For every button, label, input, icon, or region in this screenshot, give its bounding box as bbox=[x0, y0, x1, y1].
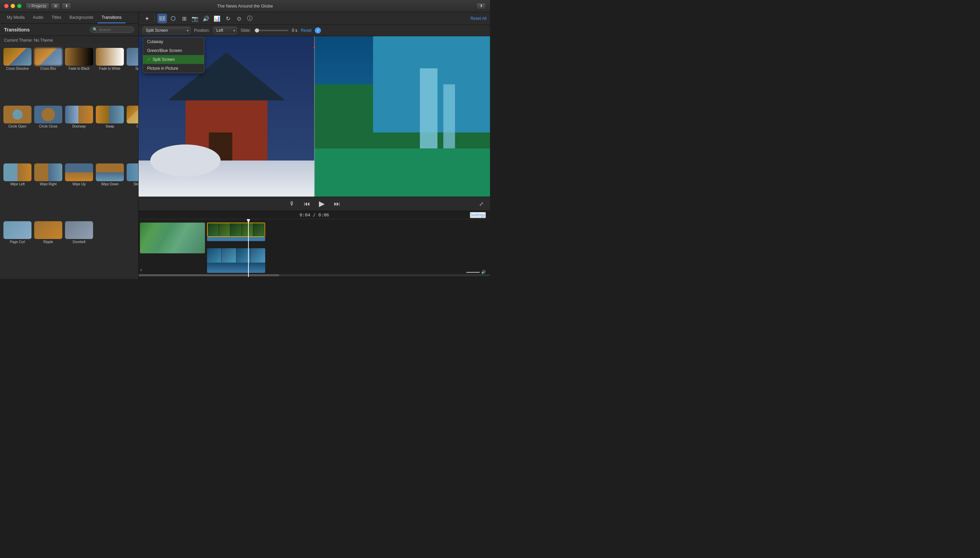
transition-cross-dissolve[interactable]: Cross Dissolve bbox=[3, 47, 32, 103]
dropdown-item-green-blue[interactable]: Green/Blue Screen bbox=[143, 46, 204, 55]
transition-label: Wipe Left bbox=[10, 182, 25, 186]
microphone-button[interactable]: 🎙 bbox=[287, 199, 297, 208]
titlebar-right: ⬆ bbox=[476, 3, 486, 10]
skip-forward-button[interactable]: ⏭ bbox=[332, 199, 342, 208]
transition-cube[interactable]: Cube bbox=[126, 105, 138, 161]
transition-fade-to-white[interactable]: Fade to White bbox=[95, 47, 125, 103]
download-button[interactable]: ⬇ bbox=[62, 3, 71, 10]
transition-slide-left[interactable]: Slide Left bbox=[126, 163, 138, 219]
play-pause-button[interactable]: ▶ bbox=[317, 199, 327, 208]
stabilize-tool[interactable]: ⊙ bbox=[234, 14, 243, 23]
transition-swap[interactable]: Swap bbox=[95, 105, 125, 161]
scrollbar-thumb[interactable] bbox=[138, 274, 279, 276]
transition-circle-close[interactable]: Circle Close bbox=[33, 105, 63, 161]
toolbar-separator bbox=[154, 15, 155, 22]
tab-my-media[interactable]: My Media bbox=[3, 12, 29, 23]
transition-wipe-right[interactable]: Wipe Right bbox=[33, 163, 63, 219]
transitions-header: Transitions 🔍 bbox=[0, 24, 138, 36]
volume-icon: 🔊 bbox=[481, 270, 486, 274]
magic-wand-tool[interactable]: ✦ bbox=[142, 14, 151, 23]
reset-all-button[interactable]: Reset All bbox=[470, 16, 487, 21]
transition-cross-blur[interactable]: Cross Blur bbox=[33, 47, 63, 103]
main-layout: My Media Audio Titles Backgrounds Transi… bbox=[0, 12, 490, 279]
volume-area: ▪▪▪▪▪▪▪▪▪▪ 🔊 bbox=[466, 270, 486, 274]
transition-label: Circle Close bbox=[39, 125, 58, 128]
film-cell bbox=[251, 248, 265, 263]
transition-label: Ripple bbox=[43, 240, 53, 244]
transition-wipe-left[interactable]: Wipe Left bbox=[3, 163, 32, 219]
position-select[interactable]: Left Right Top Bottom bbox=[213, 27, 237, 34]
transition-circle-open[interactable]: Circle Open bbox=[3, 105, 32, 161]
dropdown-item-pip[interactable]: Picture in Picture bbox=[143, 64, 204, 73]
transition-thumb bbox=[3, 106, 31, 123]
transition-label: Swap bbox=[105, 125, 114, 128]
music-note-icon: ♪ bbox=[140, 267, 142, 272]
timeline-settings-button[interactable]: Settings bbox=[470, 212, 486, 218]
transition-fade-to-black[interactable]: Fade to Black bbox=[64, 47, 94, 103]
svg-rect-2 bbox=[163, 17, 164, 20]
map-track bbox=[140, 223, 205, 253]
view-toggle-button[interactable]: ⊞ bbox=[51, 3, 60, 10]
transition-generic1[interactable]: Page Curl bbox=[3, 220, 32, 277]
minimize-button[interactable] bbox=[11, 4, 15, 8]
speed-tool[interactable]: ↻ bbox=[223, 14, 233, 23]
preview-right-video bbox=[314, 36, 490, 197]
share-button[interactable]: ⬆ bbox=[476, 3, 486, 10]
split-screen-select[interactable]: Cutaway Green/Blue Screen Split Screen P… bbox=[143, 27, 191, 34]
maximize-button[interactable] bbox=[17, 4, 21, 8]
tab-backgrounds[interactable]: Backgrounds bbox=[65, 12, 97, 23]
transition-doorway[interactable]: Doorway bbox=[64, 105, 94, 161]
fullscreen-button[interactable]: ⤢ bbox=[476, 199, 486, 208]
transition-spin-in[interactable]: Spin In bbox=[126, 47, 138, 103]
audio-tool[interactable]: 🔊 bbox=[201, 14, 211, 23]
chart-tool[interactable]: 📊 bbox=[212, 14, 222, 23]
playhead[interactable] bbox=[248, 219, 249, 277]
slide-thumb[interactable] bbox=[255, 28, 259, 33]
timeline-bottom-icons: ♪ bbox=[140, 267, 142, 272]
transition-thumb bbox=[65, 106, 93, 123]
film-cell bbox=[242, 223, 253, 236]
dropdown-item-cutaway[interactable]: Cutaway bbox=[143, 37, 204, 46]
tab-titles[interactable]: Titles bbox=[48, 12, 65, 23]
slide-track[interactable] bbox=[254, 30, 288, 31]
timeline-scrollbar[interactable] bbox=[138, 274, 490, 276]
transition-generic2[interactable]: Ripple bbox=[33, 220, 63, 277]
transition-label: Wipe Up bbox=[72, 182, 86, 186]
apply-button[interactable]: ✓ bbox=[315, 27, 321, 33]
info-tool[interactable]: ⓘ bbox=[245, 14, 255, 23]
transition-wipe-down[interactable]: Wipe Down bbox=[95, 163, 125, 219]
search-icon: 🔍 bbox=[93, 27, 97, 32]
transition-label: Cross Dissolve bbox=[6, 67, 29, 71]
skip-back-button[interactable]: ⏮ bbox=[302, 199, 312, 208]
color-tool[interactable] bbox=[168, 14, 178, 23]
video-track-bottom[interactable] bbox=[207, 248, 265, 263]
tab-audio[interactable]: Audio bbox=[29, 12, 48, 23]
crop-tool[interactable]: ⊞ bbox=[179, 14, 189, 23]
svg-rect-15 bbox=[314, 148, 490, 197]
dropdown-item-split-screen[interactable]: ✓ Split Screen bbox=[143, 55, 204, 64]
search-input[interactable] bbox=[99, 28, 131, 32]
film-cell bbox=[222, 248, 237, 263]
video-track-top[interactable] bbox=[207, 223, 265, 237]
right-panel: ✦ ⊞ 📷 🔊 📊 ↻ ⊙ ⓘ bbox=[138, 12, 490, 279]
transition-label: Circle Open bbox=[8, 125, 27, 128]
video-track-bottom-audio bbox=[207, 263, 265, 273]
volume-slider[interactable]: ▪▪▪▪▪▪▪▪▪▪ bbox=[466, 270, 480, 274]
timeline-content: ♪ ▪▪▪▪▪▪▪▪▪▪ 🔊 bbox=[138, 219, 490, 277]
transition-wipe-up[interactable]: Wipe Up bbox=[64, 163, 94, 219]
transitions-grid: Cross Dissolve Cross Blur Fade to Black … bbox=[0, 45, 138, 279]
transition-thumb bbox=[3, 48, 31, 66]
transition-thumb bbox=[34, 48, 62, 66]
back-projects-button[interactable]: ‹ Projects bbox=[26, 3, 49, 10]
camera-tool[interactable]: 📷 bbox=[190, 14, 200, 23]
viewer-tool[interactable] bbox=[158, 14, 167, 23]
transition-thumb bbox=[65, 48, 93, 66]
reset-button[interactable]: Reset bbox=[301, 28, 311, 33]
transition-generic3[interactable]: Doorbell bbox=[64, 220, 94, 277]
preview-divider bbox=[314, 36, 315, 197]
close-button[interactable] bbox=[4, 4, 8, 8]
current-theme: Current Theme: No Theme bbox=[0, 36, 138, 45]
svg-rect-13 bbox=[420, 68, 437, 148]
tab-transitions[interactable]: Transitions bbox=[97, 12, 126, 23]
traffic-lights bbox=[4, 4, 21, 8]
